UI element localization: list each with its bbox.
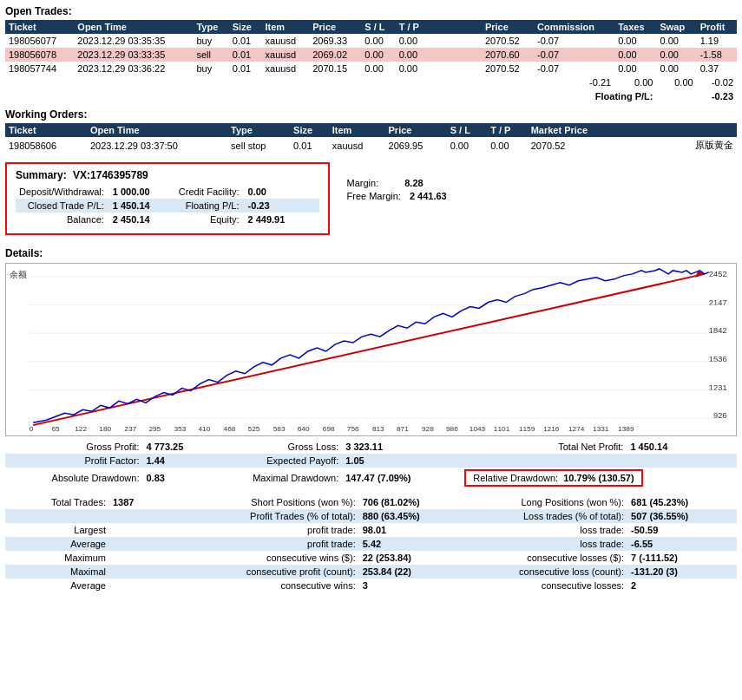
details-title: Details: bbox=[5, 247, 737, 259]
td-taxes: 0.00 bbox=[614, 34, 656, 48]
col-item: Item bbox=[262, 20, 310, 34]
col-price2: Price bbox=[482, 20, 534, 34]
td-open-time: 2023.12.29 03:35:35 bbox=[74, 34, 193, 48]
ts-row-1: Total Trades: 1387 Short Positions (won … bbox=[5, 495, 737, 509]
ts-max-consec-wins-label: consecutive wins ($): bbox=[161, 551, 359, 565]
summary-inner-table: Deposit/Withdrawal: 1 000.00 Credit Faci… bbox=[16, 185, 319, 226]
ts-avg-consec-wins-label: consecutive wins: bbox=[161, 579, 359, 592]
ts-avg-profit-label: profit trade: bbox=[161, 537, 359, 551]
svg-text:1536: 1536 bbox=[709, 355, 727, 363]
td-empty bbox=[430, 34, 482, 48]
td-open-time: 2023.12.29 03:33:35 bbox=[74, 48, 193, 62]
ts-total-trades-label: Total Trades: bbox=[5, 495, 109, 509]
td-price2: 2070.52 bbox=[482, 34, 534, 48]
summary-outer: Summary: VX:1746395789 Deposit/Withdrawa… bbox=[5, 155, 737, 242]
td-empty bbox=[430, 48, 482, 62]
ts-total-trades-value: 1387 bbox=[109, 495, 161, 509]
td-type: sell bbox=[193, 48, 228, 62]
wo-col-open-time: Open Time bbox=[87, 123, 227, 137]
ts-profit-trades-label: Profit Trades (% of total): bbox=[161, 509, 359, 523]
trade-stats-table: Total Trades: 1387 Short Positions (won … bbox=[5, 495, 737, 592]
wo-price: 2069.95 bbox=[385, 137, 447, 154]
stats-empty bbox=[447, 454, 627, 468]
floating-label: Floating P/L: bbox=[5, 89, 656, 103]
working-orders-title: Working Orders: bbox=[5, 108, 737, 121]
ts-max-consec-wins-value: 22 (253.84) bbox=[359, 551, 437, 565]
sum-val-credit: 0.00 bbox=[245, 185, 305, 199]
td-size: 0.01 bbox=[229, 62, 262, 75]
sum-label-m1 bbox=[305, 185, 312, 199]
totals-swap: 0.00 bbox=[656, 75, 696, 89]
ts-empty-7 bbox=[109, 579, 161, 592]
trade-stats-section: Total Trades: 1387 Short Positions (won … bbox=[5, 495, 737, 592]
sum-label-m2 bbox=[305, 199, 312, 213]
rel-drawdown-label: Relative Drawdown: bbox=[473, 473, 561, 483]
td-size: 0.01 bbox=[229, 48, 262, 62]
td-taxes: 0.00 bbox=[614, 62, 656, 75]
sum-val-closed: 1 450.14 bbox=[109, 199, 170, 213]
gross-profit-value: 4 773.25 bbox=[142, 440, 207, 454]
td-ticket: 198057744 bbox=[5, 62, 74, 75]
profit-factor-value: 1.44 bbox=[142, 454, 207, 468]
open-trade-row: 198057744 2023.12.29 03:36:22 buy 0.01 x… bbox=[5, 62, 737, 75]
td-taxes: 0.00 bbox=[614, 48, 656, 62]
ts-long-label: Long Positions (won %): bbox=[437, 495, 627, 509]
col-price: Price bbox=[309, 20, 361, 34]
stats-table: Gross Profit: 4 773.25 Gross Loss: 3 323… bbox=[5, 440, 737, 488]
td-commission: -0.07 bbox=[534, 34, 614, 48]
open-trade-row: 198056077 2023.12.29 03:35:35 buy 0.01 x… bbox=[5, 34, 737, 48]
svg-text:1274: 1274 bbox=[568, 425, 585, 433]
col-profit: Profit bbox=[697, 20, 737, 34]
ts-row-3: Largest profit trade: 98.01 loss trade: … bbox=[5, 523, 737, 537]
ts-short-label: Short Positions (won %): bbox=[161, 495, 359, 509]
svg-text:525: 525 bbox=[248, 425, 260, 433]
col-ticket: Ticket bbox=[5, 20, 74, 34]
wo-sl: 0.00 bbox=[447, 137, 488, 154]
wo-open-time: 2023.12.29 03:37:50 bbox=[87, 137, 227, 154]
wo-col-price: Price bbox=[385, 123, 447, 137]
gross-profit-label: Gross Profit: bbox=[5, 440, 142, 454]
col-open-time: Open Time bbox=[74, 20, 193, 34]
svg-text:1101: 1101 bbox=[494, 425, 510, 433]
wo-item: xauusd bbox=[329, 137, 385, 154]
svg-text:1159: 1159 bbox=[519, 425, 535, 433]
ts-row-7: Average consecutive wins: 3 consecutive … bbox=[5, 579, 737, 592]
summary-row-1: Deposit/Withdrawal: 1 000.00 Credit Faci… bbox=[16, 185, 319, 199]
summary-row-3: Balance: 2 450.14 Equity: 2 449.91 bbox=[16, 213, 319, 226]
details-section: Details: 余额 2452 2147 1842 1536 1231 926 bbox=[5, 247, 737, 592]
chart-container: 余额 2452 2147 1842 1536 1231 926 0 bbox=[5, 263, 737, 436]
profit-factor-label: Profit Factor: bbox=[5, 454, 142, 468]
stats-row-1: Gross Profit: 4 773.25 Gross Loss: 3 323… bbox=[5, 440, 737, 454]
ts-empty-1 bbox=[5, 509, 109, 523]
working-orders-table: Ticket Open Time Type Size Item Price S … bbox=[5, 123, 737, 154]
col-swap: Swap bbox=[656, 20, 696, 34]
sum-val-m2 bbox=[312, 199, 319, 213]
ts-row-5: Maximum consecutive wins ($): 22 (253.84… bbox=[5, 551, 737, 565]
free-margin-value: 2 441.63 bbox=[410, 191, 447, 201]
gross-loss-label: Gross Loss: bbox=[207, 440, 342, 454]
margin-label: Margin: bbox=[347, 178, 379, 188]
abs-drawdown-value: 0.83 bbox=[142, 468, 207, 488]
sum-label-deposit: Deposit/Withdrawal: bbox=[16, 185, 109, 199]
td-swap: 0.00 bbox=[656, 62, 696, 75]
ts-largest-label: Largest bbox=[5, 523, 109, 537]
sum-label-equity: Equity: bbox=[170, 213, 245, 226]
td-sl: 0.00 bbox=[361, 34, 395, 48]
sum-label-closed: Closed Trade P/L: bbox=[16, 199, 109, 213]
svg-text:698: 698 bbox=[323, 425, 335, 433]
summary-vx: VX:1746395789 bbox=[73, 169, 148, 181]
total-net-profit-label: Total Net Profit: bbox=[447, 440, 627, 454]
margin-value: 8.28 bbox=[404, 178, 423, 188]
td-price: 2069.02 bbox=[309, 48, 361, 62]
td-item: xauusd bbox=[262, 34, 310, 48]
chart-y-label: 余额 bbox=[10, 269, 27, 281]
svg-text:756: 756 bbox=[347, 425, 359, 433]
td-ticket: 198056077 bbox=[5, 34, 74, 48]
max-drawdown-label: Maximal Drawdown: bbox=[207, 468, 342, 488]
floating-value: -0.23 bbox=[656, 89, 737, 103]
summary-free-margin-row: Free Margin: 2 441.63 bbox=[347, 191, 447, 201]
td-type: buy bbox=[193, 62, 228, 75]
svg-text:1231: 1231 bbox=[709, 383, 727, 392]
working-order-row: 198058606 2023.12.29 03:37:50 sell stop … bbox=[5, 137, 737, 154]
svg-text:180: 180 bbox=[99, 425, 111, 433]
